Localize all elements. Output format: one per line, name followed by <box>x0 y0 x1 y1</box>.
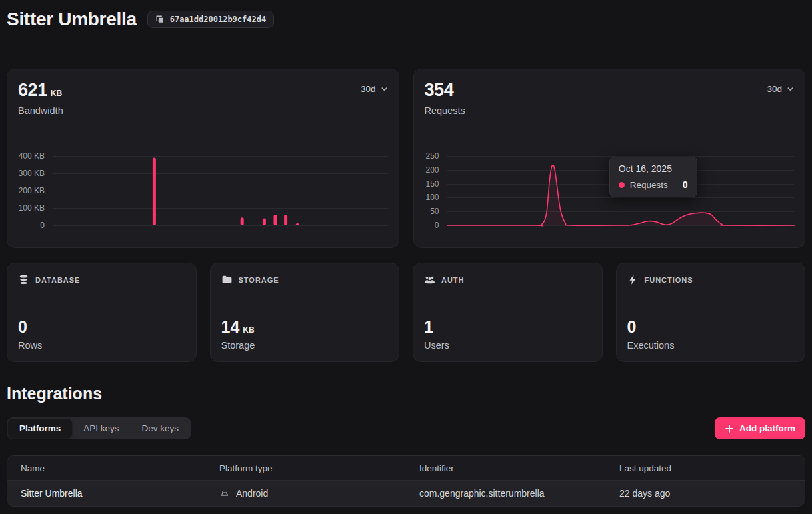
table-header: Name Platform type Identifier Last updat… <box>7 456 805 480</box>
bar-chart-canvas <box>53 150 388 238</box>
integrations-toolbar: Platforms API keys Dev keys Add platform <box>7 417 805 439</box>
requests-range-select[interactable]: 30d <box>767 80 794 94</box>
platform-name: Sitter Umbrella <box>7 488 206 499</box>
requests-chart: Oct 16, 2025 Requests 0 250200150100500 <box>425 150 795 238</box>
y-tick-label: 300 KB <box>18 168 45 179</box>
bandwidth-range-value: 30d <box>361 84 376 94</box>
y-tick-label: 100 KB <box>18 203 45 213</box>
stat-category: AUTH <box>441 276 465 284</box>
auth-icon <box>424 274 435 285</box>
database-icon <box>18 274 29 285</box>
chevron-down-icon <box>787 85 794 93</box>
platforms-table: Name Platform type Identifier Last updat… <box>7 455 805 507</box>
stat-unit: KB <box>243 325 254 335</box>
storage-icon <box>221 274 233 285</box>
stat-value: 1 <box>424 317 433 337</box>
stat-category: FUNCTIONS <box>645 276 693 284</box>
platform-type: Android <box>206 488 406 499</box>
y-tick-label: 400 KB <box>18 151 45 161</box>
tab-platforms[interactable]: Platforms <box>8 419 72 438</box>
y-tick-label: 0 <box>425 220 439 231</box>
stat-category: STORAGE <box>239 276 279 284</box>
requests-label: Requests <box>425 105 465 116</box>
bandwidth-value: 621 <box>18 80 47 101</box>
column-platform-type: Platform type <box>206 463 406 473</box>
y-tick-label: 0 <box>18 220 45 231</box>
add-platform-label: Add platform <box>739 423 795 433</box>
requests-value: 354 <box>425 80 454 101</box>
stat-label: Executions <box>627 340 795 351</box>
y-tick-label: 200 <box>425 165 439 175</box>
y-tick-label: 150 <box>425 179 439 189</box>
y-tick-label: 50 <box>425 206 439 217</box>
stat-card-storage[interactable]: STORAGE 14 KB Storage <box>210 263 400 362</box>
project-overview-page: Sitter Umbrella 67aa1dd20012b9cf42d4 621… <box>0 0 812 507</box>
tooltip-date: Oct 16, 2025 <box>619 163 688 174</box>
y-tick-label: 250 <box>425 151 439 161</box>
stat-card-functions[interactable]: FUNCTIONS 0 Executions <box>616 263 806 362</box>
stat-value: 0 <box>627 317 637 337</box>
bandwidth-range-select[interactable]: 30d <box>361 80 388 94</box>
chart-tooltip: Oct 16, 2025 Requests 0 <box>609 157 697 197</box>
add-platform-button[interactable]: Add platform <box>715 417 805 439</box>
platform-identifier: com.gengraphic.sitterumbrella <box>406 488 606 499</box>
tooltip-value: 0 <box>673 179 688 190</box>
integrations-tabs: Platforms API keys Dev keys <box>7 417 191 439</box>
tooltip-series: Requests <box>630 180 668 190</box>
bandwidth-card: 621 KB Bandwidth 30d 400 KB300 KB200 KB1… <box>7 69 399 248</box>
column-identifier: Identifier <box>406 463 606 473</box>
y-tick-label: 200 KB <box>18 185 45 196</box>
page-header: Sitter Umbrella 67aa1dd20012b9cf42d4 <box>7 7 805 32</box>
usage-cards-row: 621 KB Bandwidth 30d 400 KB300 KB200 KB1… <box>7 69 805 248</box>
y-tick-label: 100 <box>425 192 439 203</box>
stat-label: Rows <box>18 340 185 351</box>
project-id-copy-button[interactable]: 67aa1dd20012b9cf42d4 <box>147 11 275 28</box>
android-icon <box>219 488 230 499</box>
chevron-down-icon <box>381 85 388 93</box>
bandwidth-metric: 621 KB <box>18 80 63 101</box>
platform-last-updated: 22 days ago <box>606 488 805 499</box>
bandwidth-label: Bandwidth <box>18 105 63 116</box>
copy-icon <box>155 15 165 24</box>
plus-icon <box>725 424 734 433</box>
column-last-updated: Last updated <box>606 463 805 473</box>
stat-cards-row: DATABASE 0 Rows STORAGE 14 KB <box>7 263 805 362</box>
stat-label: Storage <box>221 340 389 351</box>
functions-icon <box>627 274 639 285</box>
table-row[interactable]: Sitter Umbrella Android com.gengraphic.s… <box>7 480 805 506</box>
tab-api-keys[interactable]: API keys <box>72 419 130 438</box>
requests-range-value: 30d <box>767 84 782 94</box>
stat-value: 14 <box>221 317 240 337</box>
stat-value: 0 <box>18 317 27 337</box>
platform-type-label: Android <box>236 488 268 499</box>
bandwidth-unit: KB <box>51 89 62 98</box>
stat-card-database[interactable]: DATABASE 0 Rows <box>7 263 197 362</box>
project-id: 67aa1dd20012b9cf42d4 <box>170 15 267 24</box>
bandwidth-chart: 400 KB300 KB200 KB100 KB0 <box>18 150 388 238</box>
column-name: Name <box>7 463 206 473</box>
requests-metric: 354 <box>425 80 465 101</box>
requests-card: 354 Requests 30d Oct 16, 2025 Requests <box>413 69 806 248</box>
series-dot-icon <box>619 182 625 188</box>
integrations-title: Integrations <box>7 384 805 403</box>
tab-dev-keys[interactable]: Dev keys <box>131 419 191 438</box>
stat-category: DATABASE <box>35 276 80 284</box>
page-title: Sitter Umbrella <box>7 9 137 30</box>
stat-card-auth[interactable]: AUTH 1 Users <box>413 263 603 362</box>
stat-label: Users <box>424 340 591 351</box>
